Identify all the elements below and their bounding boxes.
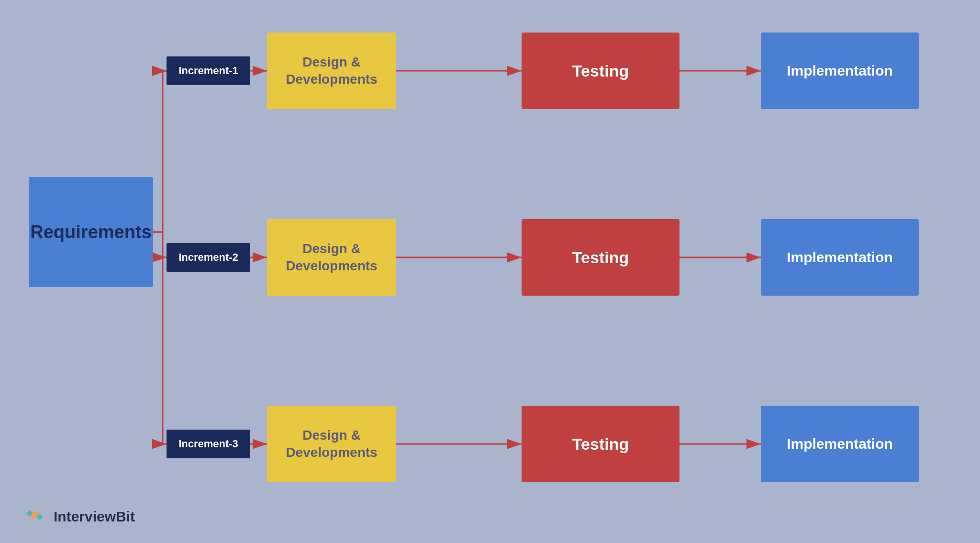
design-2-box: Design &Developments [267,219,396,296]
increment-2-box: Increment-2 [167,243,250,272]
logo-container: InterviewBit [24,505,135,529]
implementation-1-box: Implementation [761,33,919,109]
design-3-label: Design &Developments [286,427,377,462]
design-3-box: Design &Developments [267,406,396,482]
testing-3-box: Testing [522,406,679,482]
design-1-box: Design &Developments [267,33,396,109]
increment-2-label: Increment-2 [178,251,238,264]
design-2-label: Design &Developments [286,240,377,275]
implementation-3-box: Implementation [761,406,919,482]
implementation-1-label: Implementation [787,63,893,79]
design-1-label: Design &Developments [286,54,377,89]
increment-1-box: Increment-1 [167,56,250,85]
increment-1-label: Increment-1 [178,65,238,77]
testing-3-label: Testing [572,435,629,454]
requirements-box: Requirements [29,177,153,287]
testing-2-box: Testing [522,219,679,296]
testing-1-label: Testing [572,62,629,80]
implementation-3-label: Implementation [787,436,893,452]
implementation-2-box: Implementation [761,219,919,296]
implementation-2-label: Implementation [787,249,893,266]
requirements-label: Requirements [30,222,151,243]
interviewbit-logo-icon [24,505,48,529]
logo-text: InterviewBit [54,509,135,525]
testing-2-label: Testing [572,248,629,267]
diagram-container: Requirements Increment-1 Increment-2 Inc… [0,0,980,543]
testing-1-box: Testing [522,33,679,109]
increment-3-box: Increment-3 [167,430,250,458]
increment-3-label: Increment-3 [178,438,238,450]
